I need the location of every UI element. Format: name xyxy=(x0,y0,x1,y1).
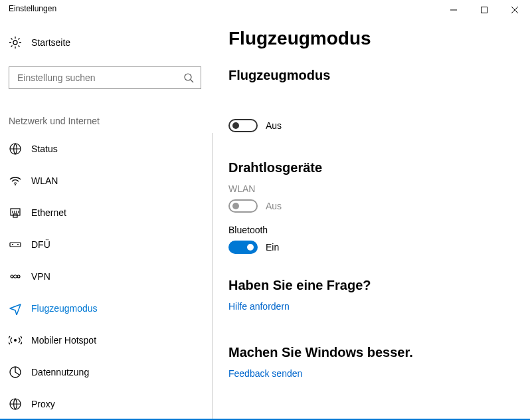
svg-point-16 xyxy=(12,244,13,245)
window-title: Einstellungen xyxy=(9,0,56,13)
status-icon xyxy=(9,142,22,156)
svg-line-6 xyxy=(191,80,193,82)
sidebar-item-ethernet[interactable]: Ethernet xyxy=(0,197,213,229)
bluetooth-toggle-label: Ein xyxy=(266,242,279,253)
airplane-toggle-row: Aus xyxy=(228,119,514,132)
sidebar-item-label: Datennutzung xyxy=(31,367,89,377)
vpn-icon xyxy=(9,270,22,283)
svg-rect-15 xyxy=(10,243,21,247)
search-box[interactable] xyxy=(9,66,201,89)
sidebar-item-proxy[interactable]: Proxy xyxy=(0,388,213,419)
dialup-icon xyxy=(9,238,22,251)
home-button[interactable]: Startseite xyxy=(0,32,213,60)
sidebar-item-label: VPN xyxy=(31,271,50,282)
sidebar-item-vpn[interactable]: VPN xyxy=(0,261,213,292)
sidebar-item-label: Flugzeugmodus xyxy=(31,303,98,314)
sidebar-item-label: Ethernet xyxy=(31,207,66,218)
wlan-toggle-label: Aus xyxy=(266,201,282,211)
search-input[interactable] xyxy=(16,72,201,84)
sidebar-item-dialup[interactable]: DFÜ xyxy=(0,229,213,261)
feedback-link[interactable]: Feedback senden xyxy=(228,368,302,379)
sidebar: Startseite Netzwerk und Internet Status xyxy=(0,20,213,419)
main-content: Flugzeugmodus Flugzeugmodus Aus Drahtlos… xyxy=(213,20,530,419)
sidebar-item-label: Proxy xyxy=(31,399,55,409)
maximize-button[interactable] xyxy=(469,0,499,20)
airplane-icon xyxy=(9,302,22,315)
help-heading: Haben Sie eine Frage? xyxy=(228,278,514,293)
nav-list: Status WLAN Ethernet DFÜ xyxy=(0,133,213,419)
feedback-heading: Machen Sie Windows besser. xyxy=(228,345,514,360)
datausage-icon xyxy=(9,366,22,379)
svg-point-5 xyxy=(185,74,191,80)
sidebar-item-label: WLAN xyxy=(31,175,58,186)
sidebar-item-hotspot[interactable]: Mobiler Hotspot xyxy=(0,324,213,356)
sidebar-item-label: Status xyxy=(31,144,58,154)
nav-separator xyxy=(212,133,213,419)
sidebar-item-status[interactable]: Status xyxy=(0,133,213,165)
wlan-toggle-row: Aus xyxy=(228,199,514,213)
home-label: Startseite xyxy=(31,37,70,48)
sidebar-item-wlan[interactable]: WLAN xyxy=(0,165,213,197)
sidebar-item-label: DFÜ xyxy=(31,239,50,250)
svg-point-4 xyxy=(13,41,17,45)
sidebar-group-header: Netzwerk und Internet xyxy=(0,89,213,133)
minimize-button[interactable] xyxy=(438,0,469,20)
minimize-icon xyxy=(450,7,457,13)
close-button[interactable] xyxy=(499,0,530,20)
bluetooth-toggle[interactable] xyxy=(228,241,258,254)
titlebar: Einstellungen xyxy=(0,0,530,20)
airplane-toggle[interactable] xyxy=(228,119,258,132)
wifi-icon xyxy=(9,174,22,187)
svg-point-18 xyxy=(11,275,13,278)
svg-point-17 xyxy=(17,244,19,245)
svg-point-19 xyxy=(17,275,20,278)
svg-rect-1 xyxy=(482,7,487,13)
wlan-label: WLAN xyxy=(228,183,514,194)
page-title: Flugzeugmodus xyxy=(228,28,514,49)
wireless-heading: Drahtlosgeräte xyxy=(228,160,514,175)
close-icon xyxy=(511,7,518,13)
maximize-icon xyxy=(481,7,487,13)
airplane-mode-heading: Flugzeugmodus xyxy=(228,68,514,83)
sidebar-item-airplane[interactable]: Flugzeugmodus xyxy=(0,292,213,324)
window-controls xyxy=(438,0,530,20)
help-link[interactable]: Hilfe anfordern xyxy=(228,301,290,312)
bluetooth-toggle-row: Ein xyxy=(228,241,514,254)
gear-icon xyxy=(9,36,22,49)
sidebar-item-datausage[interactable]: Datennutzung xyxy=(0,356,213,388)
bluetooth-label: Bluetooth xyxy=(228,225,514,235)
hotspot-icon xyxy=(9,334,22,347)
svg-point-8 xyxy=(15,184,16,185)
proxy-icon xyxy=(9,397,22,411)
search-icon xyxy=(183,72,194,83)
sidebar-item-label: Mobiler Hotspot xyxy=(31,335,96,346)
svg-point-20 xyxy=(14,339,17,342)
wlan-toggle xyxy=(228,199,258,213)
ethernet-icon xyxy=(9,206,22,219)
airplane-toggle-label: Aus xyxy=(266,120,282,131)
